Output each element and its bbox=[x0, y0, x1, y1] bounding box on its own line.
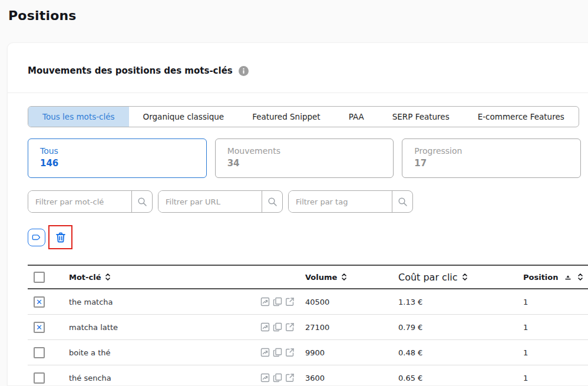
stat-label: Mouvements bbox=[227, 146, 394, 156]
positions-panel: Mouvements des positions des mots-clés T… bbox=[7, 42, 588, 386]
keyword-text: the matcha bbox=[69, 298, 113, 306]
col-keyword: Mot-clé bbox=[69, 273, 101, 282]
tab-tous-les-mots-cles[interactable]: Tous les mots-clés bbox=[28, 107, 129, 127]
keyword-text: boite a thé bbox=[69, 348, 110, 357]
tab-organique-classique[interactable]: Organique classique bbox=[129, 107, 239, 127]
external-link-icon[interactable] bbox=[285, 322, 295, 332]
search-icon[interactable] bbox=[262, 191, 282, 212]
table-row: ✕ the matcha 40500 1.13 € 1 bbox=[28, 289, 588, 315]
copy-icon[interactable] bbox=[273, 373, 282, 382]
sort-arrows-icon[interactable] bbox=[105, 272, 111, 282]
stat-label: Progression bbox=[414, 146, 580, 156]
keyword-type-tabs: Tous les mots-clés Organique classique F… bbox=[28, 106, 579, 127]
position-value: 1 bbox=[518, 348, 588, 357]
volume-value: 3600 bbox=[296, 374, 393, 382]
col-position: Position bbox=[523, 273, 559, 282]
heading-divider bbox=[8, 93, 588, 93]
sort-arrows-icon[interactable] bbox=[577, 272, 583, 282]
cpc-value: 1.13 € bbox=[393, 298, 518, 306]
row-checkbox[interactable] bbox=[34, 347, 45, 358]
page-title: Positions bbox=[8, 8, 77, 23]
position-value: 1 bbox=[518, 298, 588, 306]
trash-icon bbox=[54, 231, 67, 244]
volume-value: 40500 bbox=[296, 298, 393, 306]
position-value: 1 bbox=[518, 323, 588, 332]
copy-icon[interactable] bbox=[273, 297, 282, 306]
url-filter-input[interactable] bbox=[158, 191, 262, 212]
tag-filter-input[interactable] bbox=[289, 191, 392, 212]
sort-arrows-icon[interactable] bbox=[341, 272, 347, 282]
trend-chart-icon[interactable] bbox=[260, 348, 270, 357]
stat-card-progression[interactable]: Progression 17 bbox=[402, 138, 581, 178]
trend-chart-icon[interactable] bbox=[260, 322, 270, 332]
cpc-value: 0.79 € bbox=[393, 323, 518, 332]
keyword-filter-input[interactable] bbox=[28, 191, 131, 212]
col-volume: Volume bbox=[305, 273, 337, 282]
copy-icon[interactable] bbox=[273, 348, 282, 357]
search-icon[interactable] bbox=[392, 191, 412, 212]
keywords-table: Mot-clé Volume Coût par clic Position bbox=[28, 265, 588, 386]
stat-value: 34 bbox=[227, 158, 394, 169]
tag-button[interactable] bbox=[28, 229, 45, 246]
tab-serp-features[interactable]: SERP Features bbox=[378, 107, 464, 127]
cpc-value: 0.48 € bbox=[393, 348, 518, 357]
copy-icon[interactable] bbox=[273, 322, 282, 332]
url-filter bbox=[158, 190, 283, 213]
panel-heading: Mouvements des positions des mots-clés bbox=[28, 65, 233, 76]
stat-value: 17 bbox=[414, 158, 580, 169]
delete-button[interactable] bbox=[51, 228, 70, 247]
stat-card-tous[interactable]: Tous 146 bbox=[28, 138, 207, 178]
row-checkbox[interactable]: ✕ bbox=[34, 322, 45, 333]
volume-value: 27100 bbox=[296, 323, 393, 332]
tag-filter bbox=[288, 190, 413, 213]
select-all-checkbox[interactable] bbox=[34, 272, 45, 283]
external-link-icon[interactable] bbox=[285, 297, 295, 306]
keyword-filter bbox=[28, 190, 153, 213]
filter-row bbox=[28, 190, 588, 213]
stat-cards: Tous 146 Mouvements 34 Progression 17 bbox=[28, 138, 581, 178]
tab-ecommerce-features[interactable]: E-commerce Features bbox=[464, 107, 579, 127]
search-icon[interactable] bbox=[131, 191, 152, 212]
external-link-icon[interactable] bbox=[285, 373, 295, 382]
sort-arrows-icon[interactable] bbox=[462, 272, 468, 282]
tag-icon bbox=[31, 232, 42, 243]
checkbox-check: ✕ bbox=[36, 324, 42, 331]
tab-paa[interactable]: PAA bbox=[335, 107, 378, 127]
stat-label: Tous bbox=[40, 146, 206, 156]
col-cpc: Coût par clic bbox=[398, 272, 458, 283]
row-checkbox[interactable]: ✕ bbox=[34, 296, 45, 308]
trend-chart-icon[interactable] bbox=[260, 373, 270, 382]
annotation-highlight bbox=[48, 225, 72, 249]
bulk-actions bbox=[28, 225, 588, 249]
volume-value: 9900 bbox=[296, 348, 393, 357]
checkbox-check: ✕ bbox=[36, 298, 42, 306]
row-checkbox[interactable] bbox=[34, 372, 45, 384]
keyword-text: matcha latte bbox=[69, 323, 118, 332]
external-link-icon[interactable] bbox=[285, 348, 295, 357]
table-row: ✕ matcha latte 27100 0.79 € 1 bbox=[28, 315, 588, 340]
table-row: thé sencha 3600 0.65 € 1 bbox=[28, 365, 588, 386]
table-header: Mot-clé Volume Coût par clic Position bbox=[28, 265, 588, 289]
position-value: 1 bbox=[518, 374, 588, 382]
keyword-text: thé sencha bbox=[69, 374, 111, 382]
trend-chart-icon[interactable] bbox=[260, 297, 270, 306]
stat-card-mouvements[interactable]: Mouvements 34 bbox=[215, 138, 394, 178]
cpc-value: 0.65 € bbox=[393, 374, 518, 382]
tab-featured-snippet[interactable]: Featured Snippet bbox=[238, 107, 335, 127]
sort-filter-icon[interactable] bbox=[564, 273, 572, 281]
info-icon[interactable] bbox=[239, 66, 249, 76]
table-row: boite a thé 9900 0.48 € 1 bbox=[28, 340, 588, 365]
stat-value: 146 bbox=[40, 158, 206, 169]
